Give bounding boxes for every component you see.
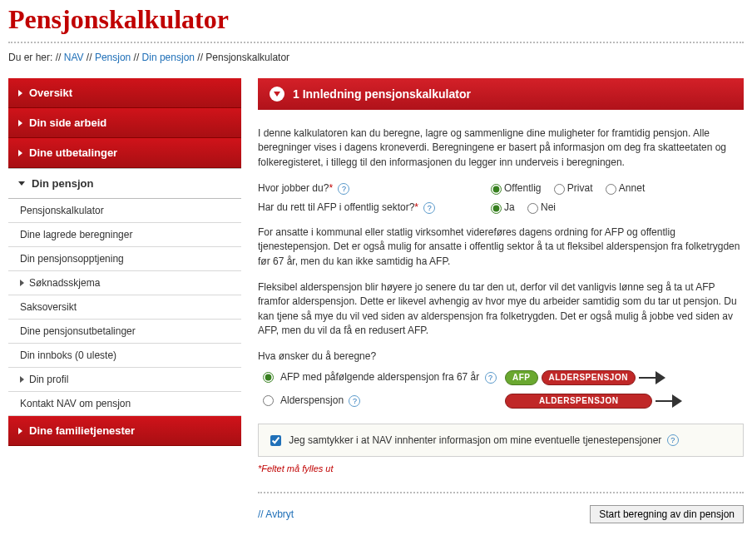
consent-checkbox[interactable] — [270, 435, 281, 446]
help-icon[interactable]: ? — [423, 202, 435, 214]
divider-bottom — [258, 492, 744, 493]
required-footnote: *Feltet må fylles ut — [258, 463, 744, 473]
help-icon[interactable]: ? — [485, 372, 497, 384]
start-button[interactable]: Start beregning av din pensjon — [590, 505, 744, 523]
sidebar-section-oversikt[interactable]: Oversikt — [8, 78, 241, 108]
chevron-right-icon — [18, 90, 22, 97]
chevron-right-icon — [18, 120, 22, 126]
radio-ja[interactable]: Ja — [491, 201, 515, 213]
divider-top — [8, 42, 744, 43]
info-para-1: For ansatte i kommunal eller statlig vir… — [258, 225, 744, 269]
calc-question: Hva ønsker du å beregne? — [258, 350, 744, 362]
radio-privat[interactable]: Privat — [554, 182, 593, 194]
calc-option-alderspensjon[interactable]: Alderspensjon ? ALDERSPENSJON — [258, 394, 744, 409]
step-arrow-icon — [270, 87, 284, 102]
chevron-right-icon — [18, 150, 22, 156]
q1-label: Hvor jobber du?* ? — [258, 182, 491, 195]
breadcrumb-link-din-pensjon[interactable]: Din pensjon — [142, 52, 195, 63]
sidebar-section-dine-utbetalinger[interactable]: Dine utbetalinger — [8, 138, 241, 168]
sidebar-item-din-profil[interactable]: Din profil — [8, 368, 241, 392]
sidebar-item-pensjonskalkulator[interactable]: Pensjonskalkulator — [8, 199, 241, 223]
radio-afp[interactable] — [263, 372, 274, 383]
sidebar-item-soknadsskjema[interactable]: Søknadsskjema — [8, 271, 241, 295]
radio-annet[interactable]: Annet — [606, 182, 645, 194]
radio-offentlig[interactable]: Offentlig — [491, 182, 541, 194]
pill-alderspensjon: ALDERSPENSJON — [542, 370, 636, 385]
sidebar-item-kontakt-nav[interactable]: Kontakt NAV om pensjon — [8, 392, 241, 416]
sidebar-item-lagrede-beregninger[interactable]: Dine lagrede beregninger — [8, 223, 241, 247]
consent-box: Jeg samtykker i at NAV innhenter informa… — [258, 424, 744, 458]
q1-radio-group: Offentlig Privat Annet — [491, 182, 655, 194]
chevron-right-icon — [20, 376, 24, 383]
breadcrumb-prefix: Du er her: — [8, 52, 52, 63]
chevron-right-icon — [20, 280, 24, 286]
breadcrumb: Du er her: // NAV // Pensjon // Din pens… — [8, 52, 744, 63]
help-icon[interactable]: ? — [667, 434, 679, 446]
chevron-right-icon — [18, 428, 22, 434]
sidebar: Oversikt Din side arbeid Dine utbetaling… — [8, 78, 241, 523]
info-para-2: Fleksibel alderspensjon blir høyere jo s… — [258, 280, 744, 339]
cancel-link[interactable]: // Avbryt — [258, 508, 294, 520]
pill-afp: AFP — [505, 370, 538, 385]
breadcrumb-link-nav[interactable]: NAV — [64, 52, 84, 63]
sidebar-item-pensjonsopptjening[interactable]: Din pensjonsopptjening — [8, 247, 241, 271]
q2-label: Har du rett til AFP i offentlig sektor?*… — [258, 201, 491, 214]
page-title: Pensjonskalkulator — [8, 4, 744, 35]
sidebar-section-familietjenester[interactable]: Dine familietjenester — [8, 416, 241, 446]
sidebar-item-saksoversikt[interactable]: Saksoversikt — [8, 295, 241, 320]
arrow-icon — [656, 400, 672, 402]
consent-label: Jeg samtykker i at NAV innhenter informa… — [289, 434, 661, 446]
sidebar-section-din-pensjon[interactable]: Din pensjon — [8, 168, 241, 199]
breadcrumb-link-pensjon[interactable]: Pensjon — [95, 52, 131, 63]
help-icon[interactable]: ? — [349, 395, 360, 407]
calc-option-afp[interactable]: AFP med påfølgende alderspensjon fra 67 … — [258, 370, 744, 385]
radio-nei[interactable]: Nei — [527, 201, 556, 213]
intro-text: I denne kalkulatoren kan du beregne, lag… — [258, 126, 744, 170]
chevron-down-icon — [18, 181, 25, 186]
breadcrumb-current: Pensjonskalkulator — [205, 52, 289, 63]
radio-alderspensjon[interactable] — [263, 395, 274, 406]
arrow-icon — [639, 377, 656, 379]
step-title: 1 Innledning pensjonskalkulator — [293, 87, 471, 101]
sidebar-section-din-side-arbeid[interactable]: Din side arbeid — [8, 108, 241, 138]
sidebar-item-pensjonsutbetalinger[interactable]: Dine pensjonsutbetalinger — [8, 320, 241, 344]
pill-alderspensjon: ALDERSPENSJON — [505, 394, 652, 409]
step-header: 1 Innledning pensjonskalkulator — [258, 78, 744, 110]
q2-radio-group: Ja Nei — [491, 201, 566, 213]
sidebar-item-innboks[interactable]: Din innboks (0 uleste) — [8, 344, 241, 368]
help-icon[interactable]: ? — [338, 183, 349, 195]
